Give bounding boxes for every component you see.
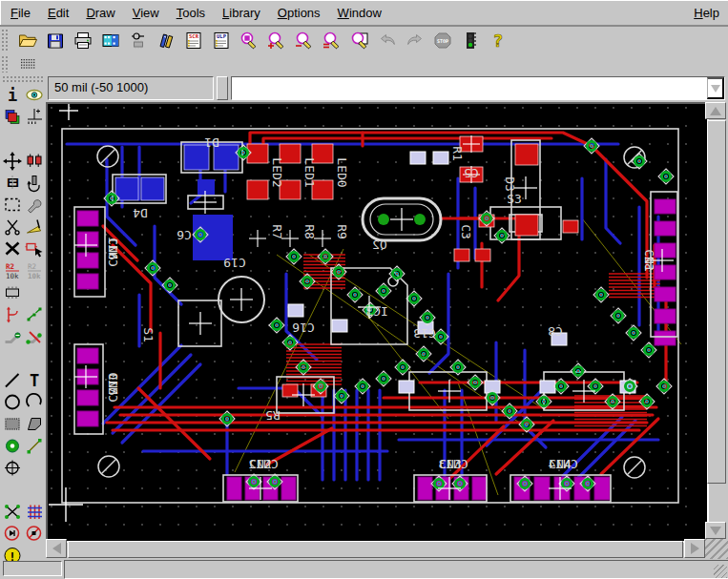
- optimize-tool-button[interactable]: [23, 303, 45, 325]
- toolbar-drag-handle[interactable]: [1, 29, 10, 52]
- mirror-icon: EE: [2, 173, 23, 193]
- menu-view[interactable]: View: [124, 3, 168, 23]
- menu-edit[interactable]: Edit: [39, 3, 77, 23]
- parameter-toolbar-drag-handle[interactable]: [1, 55, 10, 72]
- svg-text:CN11: CN11: [106, 237, 120, 266]
- menu-file[interactable]: File: [2, 3, 39, 23]
- split-tool-button[interactable]: [1, 303, 23, 325]
- svg-text:SCR: SCR: [189, 33, 199, 39]
- horizontal-scrollbar-thumb[interactable]: [68, 541, 683, 558]
- polygon-tool-button[interactable]: [23, 413, 45, 435]
- route-tool-button[interactable]: [1, 325, 23, 347]
- zoom-in-button[interactable]: [263, 29, 289, 52]
- rect-tool-button[interactable]: [1, 413, 23, 435]
- display-tool-button[interactable]: [1, 106, 23, 128]
- cam-processor-button[interactable]: [97, 29, 123, 52]
- svg-text:CN12: CN12: [248, 457, 278, 471]
- svg-text:R7: R7: [270, 224, 284, 239]
- save-icon: [45, 31, 66, 51]
- vertical-scrollbar-thumb[interactable]: [707, 120, 726, 484]
- paste-tool-button[interactable]: [23, 216, 45, 238]
- print-button[interactable]: [70, 29, 95, 52]
- signal-tool-button[interactable]: [23, 435, 45, 457]
- stop-button[interactable]: STOP: [429, 29, 455, 52]
- menu-draw[interactable]: Draw: [77, 3, 123, 23]
- via-tool-button[interactable]: [1, 435, 23, 457]
- show-tool-button[interactable]: [23, 84, 45, 106]
- mark-tool-button[interactable]: [23, 106, 45, 128]
- wire-tool-button[interactable]: [1, 369, 23, 391]
- text-tool-button[interactable]: T: [23, 369, 45, 391]
- undo-button[interactable]: [374, 29, 400, 52]
- vertical-scrollbar[interactable]: [705, 102, 728, 539]
- value-tool-button[interactable]: R210k: [23, 259, 45, 281]
- palette-empty-cell: [23, 457, 45, 479]
- run-ulp-button[interactable]: ULP: [208, 29, 234, 52]
- zoom-redraw-button[interactable]: [319, 29, 344, 52]
- change-tool-button[interactable]: [23, 194, 45, 216]
- horizontal-scrollbar[interactable]: [46, 539, 705, 559]
- menu-tools[interactable]: Tools: [168, 3, 214, 23]
- svg-text:CN13: CN13: [438, 457, 468, 471]
- status-left-box: [3, 561, 62, 576]
- scroll-down-button[interactable]: [705, 522, 726, 539]
- command-input[interactable]: [232, 77, 707, 99]
- pcb-canvas[interactable]: D1D4LED2LED1LED0R7R8R9R1C5D3S3C3Q2C6C19I…: [48, 104, 703, 537]
- scroll-left-button[interactable]: [46, 539, 67, 558]
- grid-button[interactable]: [14, 54, 40, 73]
- svg-text:S3: S3: [507, 192, 522, 206]
- menu-options[interactable]: Options: [269, 3, 329, 23]
- menu-help[interactable]: Help: [685, 3, 728, 23]
- errors-tool-button[interactable]: [23, 523, 45, 545]
- coordinate-display: 50 mil (-50 1000): [48, 76, 214, 100]
- window-resize-grip[interactable]: [714, 565, 727, 578]
- info-tool-button[interactable]: i: [1, 84, 23, 106]
- grid-icon: [17, 54, 38, 74]
- zoom-out-button[interactable]: [291, 29, 317, 52]
- redo-icon: [405, 31, 426, 51]
- board-schematic-switch-icon: [128, 31, 149, 51]
- mirror-tool-button[interactable]: EE: [1, 172, 23, 194]
- svg-text:D1: D1: [204, 135, 219, 150]
- auto-tool-button[interactable]: [23, 501, 45, 523]
- drc-tool-button[interactable]: [1, 523, 23, 545]
- command-history-dropdown-button[interactable]: [707, 77, 724, 99]
- zoom-select-button[interactable]: [346, 29, 372, 52]
- smash-tool-button[interactable]: [1, 281, 23, 303]
- svg-text:C5: C5: [464, 166, 479, 180]
- name-icon: R210k: [2, 260, 23, 280]
- board-schematic-switch-button[interactable]: [125, 29, 151, 52]
- ratsnest-tool-button[interactable]: [1, 501, 23, 523]
- circle-tool-button[interactable]: [1, 391, 23, 413]
- scroll-right-button[interactable]: [684, 539, 705, 558]
- hole-tool-button[interactable]: [1, 457, 23, 479]
- group-tool-button[interactable]: [1, 194, 23, 216]
- undo-icon: [377, 31, 398, 51]
- run-script-button[interactable]: SCR: [180, 29, 206, 52]
- help-icon: ?: [488, 31, 509, 51]
- route-icon: [2, 326, 23, 346]
- go-traffic-light-button[interactable]: [457, 29, 483, 52]
- scroll-up-button[interactable]: [705, 102, 726, 119]
- menu-library[interactable]: Library: [214, 3, 269, 23]
- menu-window[interactable]: Window: [329, 3, 390, 23]
- library-button[interactable]: [153, 29, 178, 52]
- name-tool-button[interactable]: R210k: [1, 259, 23, 281]
- palette-drag-handle[interactable]: [2, 75, 44, 82]
- help-button[interactable]: ?: [485, 29, 510, 52]
- cut-tool-button[interactable]: [1, 216, 23, 238]
- svg-text:D4: D4: [133, 206, 148, 220]
- delete-tool-button[interactable]: [1, 238, 23, 259]
- svg-text:C13: C13: [413, 326, 435, 341]
- ripup-tool-button[interactable]: [23, 325, 45, 347]
- move-tool-button[interactable]: [1, 150, 23, 172]
- coordinate-bar: 50 mil (-50 1000): [46, 74, 728, 102]
- copy-tool-button[interactable]: [23, 150, 45, 172]
- open-button[interactable]: [14, 29, 40, 52]
- save-button[interactable]: [42, 29, 68, 52]
- zoom-fit-button[interactable]: [236, 29, 261, 52]
- add-tool-button[interactable]: [23, 238, 45, 259]
- rotate-tool-button[interactable]: [23, 172, 45, 194]
- arc-tool-button[interactable]: [23, 391, 45, 413]
- redo-button[interactable]: [402, 29, 427, 52]
